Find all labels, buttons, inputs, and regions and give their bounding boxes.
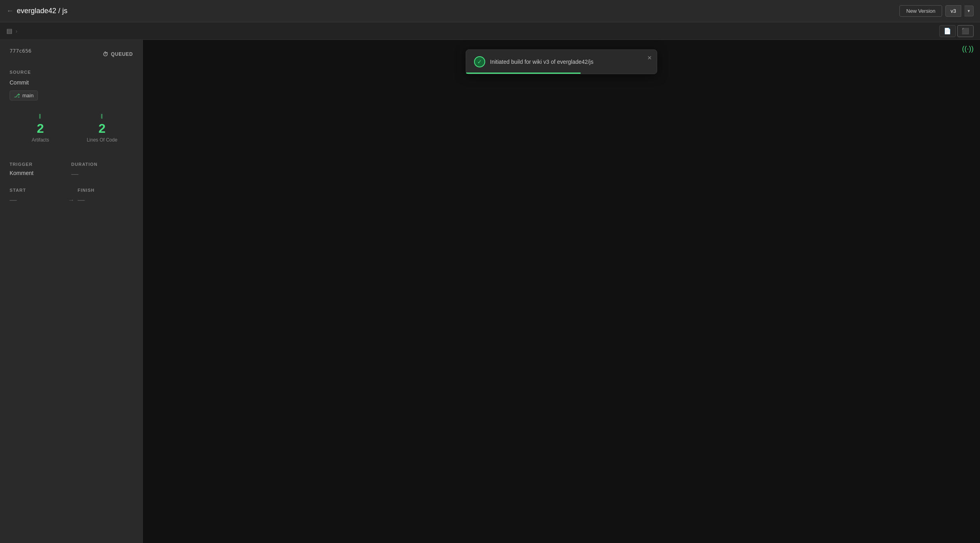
finish-label: FINISH	[78, 188, 133, 193]
loc-label: Lines Of Code	[87, 137, 117, 143]
status-badge: ⏱ QUEUED	[103, 51, 133, 57]
artifacts-count: 2	[37, 122, 44, 135]
loc-count: 2	[99, 122, 106, 135]
sub-header: ▤ › 📄 ⬛	[0, 22, 980, 40]
toast-message: Initiated build for wiki v3 of everglade…	[490, 59, 593, 65]
toast-close-button[interactable]: ✕	[647, 55, 652, 61]
commit-id: 777c656	[10, 48, 32, 54]
sidebar-top-row: 777c656 ⏱ QUEUED	[10, 48, 133, 60]
loc-icon: ∥	[101, 113, 104, 119]
stats-row: ∥ 2 Artifacts ∥ 2 Lines Of Code	[10, 113, 133, 143]
trigger-label: TRIGGER	[10, 162, 71, 167]
header-left: ← everglade42 / js	[6, 7, 899, 15]
branch-name: main	[22, 92, 34, 98]
header-right: New Version v3 ▾	[899, 5, 974, 17]
start-value: —	[10, 196, 65, 204]
sub-header-actions: 📄 ⬛	[939, 25, 974, 37]
branch-icon: ⎇	[14, 92, 20, 98]
start-block: START —	[10, 188, 65, 204]
meta-grid: TRIGGER Komment DURATION —	[10, 162, 133, 178]
docs-view-button[interactable]: 📄	[939, 25, 956, 37]
commit-label: Commit	[10, 79, 133, 86]
content-area: ((·)) ✓ Initiated build for wiki v3 of e…	[143, 40, 980, 543]
toast-success-icon: ✓	[474, 56, 485, 67]
sidebar: 777c656 ⏱ QUEUED SOURCE Commit ⎇ main ∥ …	[0, 40, 143, 543]
trigger-block: TRIGGER Komment	[10, 162, 71, 178]
version-dropdown-button[interactable]: ▾	[964, 6, 974, 16]
start-label: START	[10, 188, 65, 193]
start-finish-arrow-icon: →	[68, 197, 75, 203]
sidebar-toggle-icon[interactable]: ▤	[6, 27, 12, 35]
duration-value: —	[71, 170, 133, 178]
toast-notification: ✓ Initiated build for wiki v3 of evergla…	[466, 49, 657, 74]
start-finish-section: START — → FINISH —	[10, 188, 133, 204]
loc-stat: ∥ 2 Lines Of Code	[71, 113, 133, 143]
duration-label: DURATION	[71, 162, 133, 167]
version-label: v3	[945, 5, 961, 17]
finish-block: FINISH —	[78, 188, 133, 204]
main-layout: 777c656 ⏱ QUEUED SOURCE Commit ⎇ main ∥ …	[0, 40, 980, 543]
checkmark-icon: ✓	[477, 59, 482, 65]
page-title: everglade42 / js	[17, 7, 67, 15]
arrow-container: →	[68, 188, 75, 204]
trigger-value: Komment	[10, 170, 71, 176]
sub-header-nav: ▤ ›	[6, 27, 18, 35]
top-header: ← everglade42 / js New Version v3 ▾	[0, 0, 980, 22]
branch-badge[interactable]: ⎇ main	[10, 90, 38, 100]
duration-block: DURATION —	[71, 162, 133, 178]
wireless-icon: ((·))	[962, 45, 974, 53]
breadcrumb-sep-icon: ›	[16, 28, 18, 34]
terminal-view-button[interactable]: ⬛	[957, 25, 974, 37]
book-icon: 📄	[944, 28, 951, 34]
new-version-button[interactable]: New Version	[899, 5, 942, 17]
terminal-icon: ⬛	[962, 28, 969, 34]
finish-value: —	[78, 196, 133, 204]
artifacts-icon: ∥	[39, 113, 42, 119]
status-label: QUEUED	[111, 51, 133, 57]
back-button[interactable]: ←	[6, 7, 14, 15]
source-section-label: SOURCE	[10, 70, 133, 75]
artifacts-stat: ∥ 2 Artifacts	[10, 113, 71, 143]
toast-progress-bar	[466, 73, 581, 74]
clock-icon: ⏱	[103, 51, 109, 57]
artifacts-label: Artifacts	[32, 137, 49, 143]
